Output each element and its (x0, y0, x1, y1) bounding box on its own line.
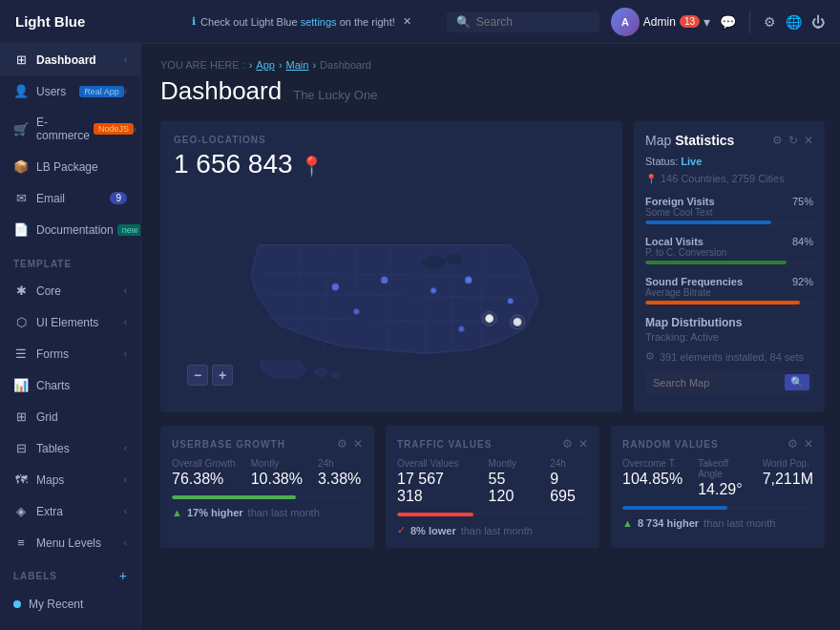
svg-point-17 (485, 314, 494, 323)
settings-icon[interactable]: ⚙ (764, 14, 776, 30)
sidebar-label-ui-elements: UI Elements (36, 316, 124, 329)
nav-user-info: A Admin 13 ▾ (611, 8, 710, 36)
stats-refresh-icon[interactable]: ↻ (788, 134, 798, 147)
map-search-box: 🔍 (645, 370, 813, 394)
nav-alert: ℹ Check out Light Blue settings on the r… (157, 15, 447, 28)
stats-location: 📍 146 Countries, 2759 Cities (645, 173, 813, 184)
sidebar-label-menu-levels: Menu Levels (36, 536, 124, 550)
sidebar-item-ui-elements[interactable]: ⬡ UI Elements ‹ (0, 306, 140, 338)
map-dist-title: Map Distributions (645, 316, 813, 329)
page-title: Dashboard (160, 76, 282, 106)
ui-elements-chevron: ‹ (124, 317, 127, 327)
foreign-visits-sub: Some Cool Text (645, 207, 715, 218)
sidebar-item-menu-levels[interactable]: ≡ Menu Levels ‹ (0, 527, 140, 558)
metric-monthly-traffic: Montly 55 120 (489, 458, 536, 505)
card-traffic-footer: ✓ 8% lower than last month (397, 524, 588, 536)
card-userbase-close-icon[interactable]: ✕ (353, 437, 363, 451)
card-traffic-close-icon[interactable]: ✕ (578, 437, 588, 451)
card-userbase-progress (172, 495, 363, 499)
stats-title: Map Statistics (645, 133, 734, 148)
location-text: 146 Countries, 2759 Cities (661, 173, 785, 184)
metric-24h-growth: 24h 3.38% (318, 458, 361, 488)
sidebar-label-lb-package: LB Package (36, 160, 127, 174)
stats-close-icon[interactable]: ✕ (804, 134, 813, 147)
svg-point-20 (332, 284, 339, 290)
power-icon[interactable]: ⏻ (811, 14, 825, 30)
card-userbase-growth: USERBASE GROWTH ⚙ ✕ Overall Growth 76.38… (160, 426, 374, 548)
sidebar-item-ecommerce[interactable]: 🛒 E-commerce NodeJS ‹ (0, 107, 140, 151)
card-random-metrics: Overcome T. 104.85% Takeoff Angle 14.29°… (622, 458, 813, 498)
sidebar-item-charts[interactable]: 📊 Charts (0, 369, 140, 401)
location-pin-icon: 📍 (645, 174, 657, 184)
main-layout: ⊞ Dashboard ‹ 👤 Users Real App ‹ 🛒 E-com… (0, 44, 840, 630)
stats-settings-icon[interactable]: ⚙ (772, 134, 783, 147)
map-dist-sub: Tracking: Active (645, 331, 813, 343)
card-random-close-icon[interactable]: ✕ (804, 437, 813, 451)
breadcrumb-main[interactable]: Main (286, 59, 309, 71)
menu-levels-icon: ≡ (13, 536, 29, 550)
card-userbase-metrics: Overall Growth 76.38% Montly 10.38% 24h … (172, 458, 363, 488)
local-visits-fill (645, 261, 787, 264)
alert-suffix: on the right! (340, 16, 395, 28)
metric-24h-traffic: 24h 9 695 (550, 458, 588, 505)
sidebar-item-tables[interactable]: ⊟ Tables ‹ (0, 432, 140, 464)
labels-add-button[interactable]: + (119, 568, 127, 583)
up-trend-icon: ▲ (172, 507, 182, 518)
nav-right: A Admin 13 ▾ 💬 ⚙ 🌐 ⏻ (611, 8, 825, 36)
sidebar-item-grid[interactable]: ⊞ Grid (0, 401, 140, 432)
sound-freq-fill (645, 301, 800, 304)
sound-freq-progress (645, 301, 813, 304)
email-count-badge: 9 (110, 192, 127, 204)
page-header: Dashboard The Lucky One (160, 76, 825, 106)
dashboard-icon: ⊞ (13, 52, 29, 67)
map-search-button[interactable]: 🔍 (785, 374, 809, 390)
sidebar-item-maps[interactable]: 🗺 Maps ‹ (0, 464, 140, 495)
svg-point-19 (381, 277, 388, 284)
svg-point-12 (446, 253, 463, 264)
foreign-visits-fill (645, 220, 771, 224)
local-visits-percent: 84% (792, 236, 813, 258)
user-chevron-icon[interactable]: ▾ (704, 14, 710, 30)
sidebar-item-my-recent[interactable]: My Recent (0, 589, 140, 620)
sound-freq-label: Sound Frequencies (645, 276, 743, 287)
map-search-input[interactable] (653, 377, 785, 388)
card-userbase-title: USERBASE GROWTH (172, 439, 285, 450)
sidebar-item-dashboard[interactable]: ⊞ Dashboard ‹ (0, 44, 140, 75)
card-userbase-settings-icon[interactable]: ⚙ (337, 437, 347, 451)
sidebar-item-lb-package[interactable]: 📦 LB Package (0, 151, 140, 182)
chat-icon[interactable]: 💬 (720, 14, 736, 30)
sidebar-label-forms: Forms (36, 347, 124, 361)
search-input[interactable] (476, 15, 591, 29)
stats-panel: Map Statistics ⚙ ↻ ✕ Status: Live 📍 146 … (634, 121, 825, 412)
sidebar-item-email[interactable]: ✉ Email 9 (0, 182, 140, 214)
alert-close-icon[interactable]: ✕ (403, 15, 411, 28)
card-random-settings-icon[interactable]: ⚙ (788, 437, 798, 451)
sidebar-label-my-recent: My Recent (29, 598, 127, 611)
breadcrumb-app[interactable]: App (256, 59, 275, 71)
template-section-label: TEMPLATE (0, 245, 140, 275)
breadcrumb-sep-3: › (312, 59, 316, 71)
ui-elements-icon: ⬡ (13, 315, 29, 329)
map-zoom-in-button[interactable]: + (212, 365, 233, 386)
sidebar-item-users[interactable]: 👤 Users Real App ‹ (0, 75, 140, 107)
card-traffic-settings-icon[interactable]: ⚙ (562, 437, 573, 451)
alert-link[interactable]: settings (301, 16, 337, 28)
sidebar-item-core[interactable]: ✱ Core ‹ (0, 275, 140, 306)
user-notification-badge: 13 (680, 15, 700, 28)
users-icon: 👤 (13, 84, 29, 98)
sidebar-item-forms[interactable]: ☰ Forms ‹ (0, 338, 140, 369)
svg-point-11 (421, 256, 446, 270)
svg-point-14 (330, 371, 340, 377)
globe-icon[interactable]: 🌐 (786, 14, 802, 30)
map-zoom-out-button[interactable]: − (187, 365, 208, 386)
sidebar-item-extra[interactable]: ◈ Extra ‹ (0, 495, 140, 527)
sidebar-label-ecommerce: E-commerce (36, 116, 90, 142)
page-subtitle: The Lucky One (293, 88, 377, 102)
metric-world-pop: World Pop. 7,211M (763, 458, 813, 498)
sidebar-item-documentation[interactable]: 📄 Documentation new (0, 214, 140, 245)
metric-overall-growth: Overall Growth 76.38% (172, 458, 236, 488)
local-visits-label: Local Visits (645, 236, 726, 247)
main-content: YOU ARE HERE : › App › Main › Dashboard … (141, 44, 840, 630)
core-icon: ✱ (13, 284, 29, 298)
card-traffic-fill (397, 513, 473, 516)
